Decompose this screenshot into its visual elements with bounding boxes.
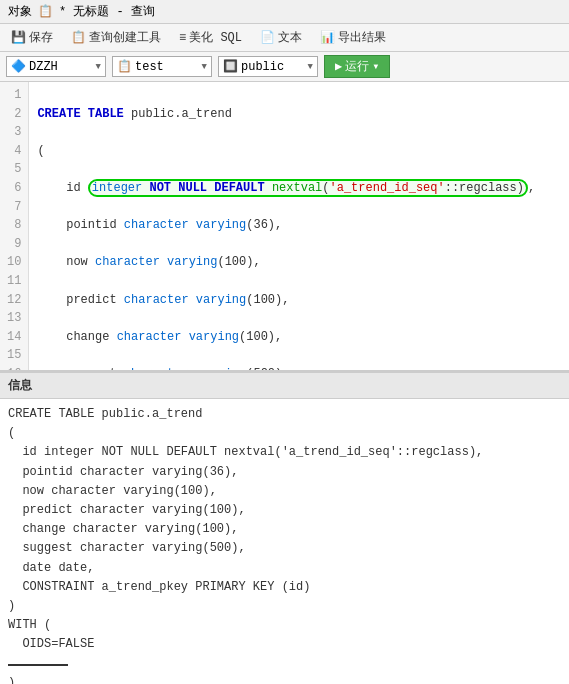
info-content: CREATE TABLE public.a_trend ( id integer… bbox=[0, 399, 569, 684]
code-editor[interactable]: 1 2 3 4 5 6 7 8 9 10 11 12 13 14 15 16 1… bbox=[0, 82, 569, 372]
table-icon: 📋 bbox=[117, 59, 132, 74]
save-button[interactable]: 💾 保存 bbox=[6, 27, 58, 48]
code-content[interactable]: CREATE TABLE public.a_trend ( id integer… bbox=[29, 82, 569, 372]
export-button[interactable]: 📊 导出结果 bbox=[315, 27, 391, 48]
connection-dropdown[interactable]: 🔷 DZZH ▼ bbox=[6, 56, 106, 77]
window-title: * 无标题 - 查询 bbox=[59, 3, 155, 20]
db-icon: 🔷 bbox=[11, 59, 26, 74]
text-icon: 📄 bbox=[260, 30, 275, 45]
run-extra: ▾ bbox=[372, 59, 379, 74]
text-button[interactable]: 📄 文本 bbox=[255, 27, 307, 48]
beautify-icon: ≡ bbox=[179, 31, 186, 45]
obj-label: 对象 bbox=[8, 3, 32, 20]
info-text: CREATE TABLE public.a_trend ( id integer… bbox=[8, 405, 561, 684]
info-header: 信息 bbox=[0, 372, 569, 399]
schema-icon: 🔲 bbox=[223, 59, 238, 74]
database-dropdown[interactable]: 📋 test ▼ bbox=[112, 56, 212, 77]
connection-bar: 🔷 DZZH ▼ 📋 test ▼ 🔲 public ▼ ▶ 运行 ▾ bbox=[0, 52, 569, 82]
export-icon: 📊 bbox=[320, 30, 335, 45]
query-create-button[interactable]: 📋 查询创建工具 bbox=[66, 27, 166, 48]
schema-dropdown[interactable]: 🔲 public ▼ bbox=[218, 56, 318, 77]
query-icon: 📋 bbox=[71, 30, 86, 45]
info-section: 信息 CREATE TABLE public.a_trend ( id inte… bbox=[0, 372, 569, 684]
title-bar: 对象 📋 * 无标题 - 查询 bbox=[0, 0, 569, 24]
beautify-button[interactable]: ≡ 美化 SQL bbox=[174, 27, 247, 48]
run-button[interactable]: ▶ 运行 ▾ bbox=[324, 55, 390, 78]
toolbar: 💾 保存 📋 查询创建工具 ≡ 美化 SQL 📄 文本 📊 导出结果 bbox=[0, 24, 569, 52]
dropdown-arrow3: ▼ bbox=[308, 62, 313, 72]
dropdown-arrow: ▼ bbox=[96, 62, 101, 72]
line-numbers: 1 2 3 4 5 6 7 8 9 10 11 12 13 14 15 16 1… bbox=[0, 82, 29, 372]
dropdown-arrow2: ▼ bbox=[202, 62, 207, 72]
title-icon: 📋 bbox=[38, 4, 53, 19]
save-icon: 💾 bbox=[11, 30, 26, 45]
run-icon: ▶ bbox=[335, 59, 342, 74]
